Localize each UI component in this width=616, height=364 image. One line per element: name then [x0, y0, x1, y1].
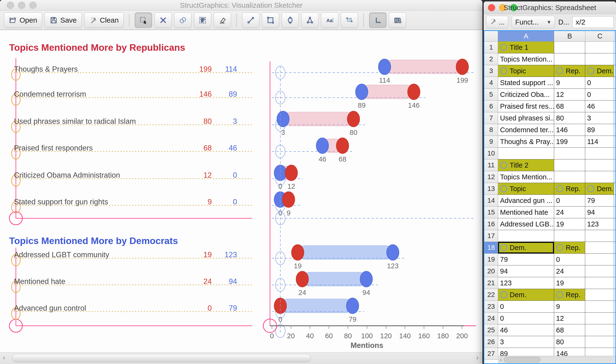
cell-C19[interactable] — [585, 254, 614, 265]
row-header-7[interactable]: 7 — [484, 112, 498, 124]
row-header-17[interactable]: 17 — [484, 230, 498, 242]
main-horizontal-scrollbar[interactable]: ‹ › — [0, 352, 482, 364]
row-header-14[interactable]: 14 — [484, 195, 498, 207]
cell-partial[interactable] — [614, 218, 616, 230]
row-header-23[interactable]: 23 — [484, 301, 498, 312]
dem-value-text[interactable]: 114 — [225, 65, 237, 73]
rep-dot-label[interactable]: 19 — [294, 262, 302, 270]
cell-C4[interactable]: 0 — [585, 77, 614, 89]
dumbbell-band[interactable] — [280, 299, 352, 313]
row-header-18[interactable]: 18 — [484, 242, 498, 254]
cell-A22[interactable]: Dem. — [498, 289, 554, 301]
link-tool-button[interactable] — [174, 13, 191, 28]
cell-A8[interactable]: Condemned ter... — [498, 124, 554, 136]
sheet-titlebar[interactable]: StructGraphics: Spreadsheet — [484, 1, 616, 14]
cell-A19[interactable]: 79 — [498, 254, 554, 265]
row-header-12[interactable]: 12 — [484, 171, 498, 183]
cell-C22[interactable] — [585, 289, 614, 301]
column-header-partial[interactable] — [615, 31, 615, 42]
cell-partial[interactable] — [614, 101, 616, 112]
mapping-circle-icon[interactable] — [556, 244, 563, 251]
x-axis-title[interactable]: Mentions — [351, 341, 383, 350]
cell-B21[interactable]: 19 — [554, 277, 585, 289]
mapping-circle-icon[interactable] — [500, 44, 507, 51]
cell-C6[interactable]: 46 — [585, 101, 614, 112]
dem-dot-label[interactable]: 123 — [387, 262, 399, 270]
eraser-tool-button[interactable] — [214, 13, 231, 28]
mapping-circle-icon[interactable] — [500, 291, 507, 298]
cell-B18[interactable]: Rep. — [554, 242, 585, 254]
cell-A12[interactable]: Topics Mention... — [498, 171, 554, 183]
line-tool-button[interactable] — [242, 13, 259, 28]
rep-dot-label[interactable]: 199 — [456, 77, 468, 84]
cell-partial[interactable] — [614, 42, 616, 53]
rep-value-text[interactable]: 0 — [208, 304, 212, 312]
open-button[interactable]: Open — [4, 13, 42, 28]
row-header-9[interactable]: 9 — [484, 136, 498, 148]
row-header-24[interactable]: 24 — [484, 312, 498, 324]
scroll-right-arrow[interactable]: › — [476, 353, 479, 362]
row-header-8[interactable]: 8 — [484, 124, 498, 136]
cell-C23[interactable] — [585, 301, 614, 312]
row-header-21[interactable]: 21 — [484, 277, 498, 289]
rep-value-text[interactable]: 24 — [203, 277, 212, 286]
rep-value-text[interactable]: 199 — [199, 65, 212, 73]
polygon-tool-button[interactable] — [301, 13, 319, 28]
dem-value-text[interactable]: 3 — [233, 117, 237, 126]
cell-B7[interactable]: 80 — [554, 112, 585, 124]
dumbbell-band[interactable] — [283, 112, 353, 126]
cell-partial[interactable] — [614, 148, 616, 159]
row-header-20[interactable]: 20 — [484, 265, 498, 277]
cell-A21[interactable]: 123 — [498, 277, 554, 289]
rep-dot[interactable] — [285, 165, 298, 181]
rep-dot[interactable] — [456, 59, 469, 75]
cell-A10[interactable] — [498, 148, 554, 159]
rep-value-text[interactable]: 146 — [199, 90, 212, 98]
dem-dot-label[interactable]: 114 — [379, 77, 390, 84]
cell-A2[interactable]: Topics Mention... — [498, 53, 554, 65]
dem-value-text[interactable]: 0 — [233, 198, 237, 206]
formula-input[interactable] — [573, 16, 614, 28]
cell-B9[interactable]: 199 — [554, 136, 585, 148]
row-header-19[interactable]: 19 — [484, 254, 498, 265]
dem-value-text[interactable]: 79 — [229, 304, 237, 312]
section-title-democrats[interactable]: Topics Mentioned More by Democrats — [9, 236, 178, 246]
mapping-circle-icon[interactable] — [556, 291, 563, 298]
cell-B10[interactable] — [554, 148, 585, 159]
dem-dot[interactable] — [387, 245, 399, 260]
function-dropdown[interactable]: Funct... ▼ — [511, 16, 555, 28]
cell-partial[interactable] — [614, 183, 616, 195]
cell-C12[interactable] — [585, 171, 614, 183]
dem-dot-label[interactable]: 79 — [349, 315, 356, 323]
dem-dot[interactable] — [378, 59, 391, 75]
sheet-scrollbar-thumb[interactable] — [504, 357, 540, 363]
cell-C17[interactable] — [585, 230, 614, 242]
cell-B4[interactable]: 9 — [554, 77, 585, 89]
cell-partial[interactable] — [614, 289, 616, 301]
cell-A20[interactable]: 94 — [498, 265, 554, 277]
rep-value-text[interactable]: 12 — [203, 171, 212, 179]
row-header-10[interactable]: 10 — [484, 148, 498, 159]
cell-C9[interactable]: 114 — [585, 136, 614, 148]
cell-B11[interactable] — [554, 159, 585, 171]
row-header-22[interactable]: 22 — [484, 289, 498, 301]
dem-dot-label[interactable]: 89 — [358, 102, 365, 109]
cell-A25[interactable]: 46 — [498, 324, 554, 336]
cell-partial[interactable] — [614, 77, 616, 89]
section-title-republicans[interactable]: Topics Mentioned More by Republicans — [9, 42, 185, 53]
library-tool-button[interactable] — [389, 13, 406, 28]
topic-label[interactable]: Condemned terrorism — [14, 90, 86, 98]
cell-partial[interactable] — [614, 230, 616, 242]
cell-C24[interactable] — [585, 312, 614, 324]
column-header-B[interactable]: B — [554, 31, 585, 42]
group-select-tool-button[interactable] — [194, 13, 211, 28]
mapping-circle-icon[interactable] — [500, 67, 507, 75]
cell-B3[interactable]: Rep. — [554, 65, 585, 77]
dem-value-text[interactable]: 123 — [225, 250, 237, 259]
column-header-A[interactable]: A — [498, 31, 554, 42]
cell-A9[interactable]: Thoughs & Pray... — [498, 136, 554, 148]
cell-A18[interactable]: Dem. — [498, 242, 554, 254]
sheet-horizontal-scrollbar[interactable]: ‹ — [498, 356, 615, 363]
cell-B8[interactable]: 146 — [554, 124, 585, 136]
dumbbell-band[interactable] — [385, 60, 462, 74]
